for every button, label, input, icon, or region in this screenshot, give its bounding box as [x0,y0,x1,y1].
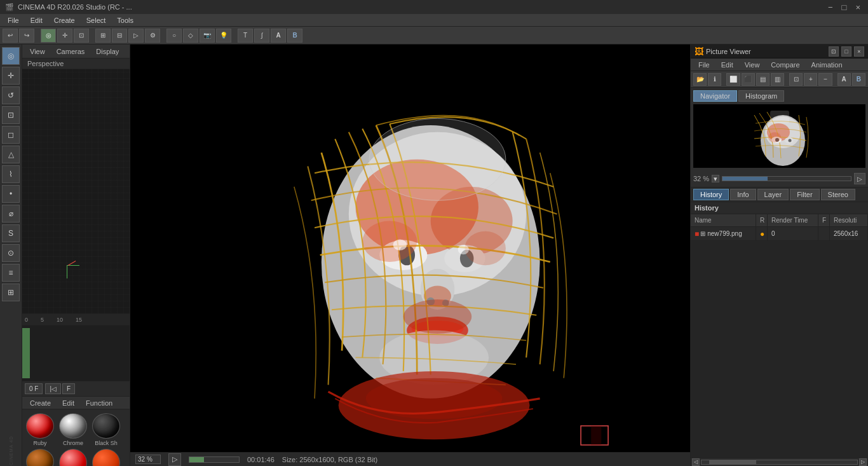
pv-open-btn[interactable]: 📂 [693,73,707,86]
select-tool[interactable]: ◎ [41,29,56,43]
center-viewport: ▷ 00:01:46 Size: 2560x1600, RGB (32 Bit) [130,45,690,466]
material-ruby[interactable]: Ruby [25,413,55,446]
undo-button[interactable]: ↩ [3,29,18,43]
edge-tool-btn[interactable]: ⌇ [2,165,20,183]
render-canvas[interactable] [130,45,690,452]
move-tool[interactable]: ✛ [57,29,72,43]
light-btn[interactable]: 💡 [216,29,231,43]
pv-next-btn[interactable]: ⬛ [742,73,755,86]
material-fi[interactable]: Fi [25,449,55,466]
object-btn[interactable]: ○ [166,29,182,43]
tab-view[interactable]: View [25,47,50,56]
material-chrome[interactable]: Chrome [58,413,88,446]
menu-create[interactable]: Create [49,15,80,25]
close-button[interactable]: × [853,3,863,12]
scale-tool[interactable]: ⊡ [74,29,89,43]
mat-create[interactable]: Create [25,399,56,408]
pv-menu-edit[interactable]: Edit [716,60,738,70]
null-btn[interactable]: ◇ [183,29,198,43]
mat-function[interactable]: Function [81,399,118,408]
zoom-row: 32 % ▾ ▷ [691,170,868,188]
row-render-time: 0 [768,227,818,240]
render-view[interactable]: ⊟ [112,29,127,43]
move-tool-btn[interactable]: ✛ [2,67,20,85]
render-all[interactable]: ▷ [128,29,144,43]
pv-save2-btn[interactable]: ▥ [771,73,784,86]
select-tool-btn[interactable]: ◎ [2,47,20,65]
zoom-input[interactable] [135,455,161,464]
navigator-tabs: Navigator Histogram [693,90,865,102]
tab-stereo[interactable]: Stereo [821,189,855,200]
scale-tool-btn[interactable]: ⊡ [2,106,20,124]
text-btn[interactable]: T [238,29,253,43]
pv-menu-view[interactable]: View [740,60,765,70]
zoom-expand-btn[interactable]: ▷ [854,173,865,184]
render-settings[interactable]: ⚙ [145,29,160,43]
rotate-tool-btn[interactable]: ↺ [2,86,20,104]
maximize-button[interactable]: □ [839,3,850,12]
scroll-right-btn[interactable]: ▷ [859,458,867,466]
tab-display[interactable]: Display [91,47,124,56]
redo-button[interactable]: ↪ [19,29,34,43]
mat-black-label: Black Sh [95,440,118,446]
material-black[interactable]: Black Sh [91,413,121,446]
minimize-button[interactable]: − [825,3,836,12]
grid-tool-btn[interactable]: ⊞ [2,284,20,301]
point-tool-btn[interactable]: • [2,185,20,203]
prev-frame-btn[interactable]: |◁ [45,383,61,394]
svg-point-16 [362,221,417,262]
history-row[interactable]: ■ ⊞ new799.png ● 0 2560x16 [691,227,868,241]
tab-history[interactable]: History [693,189,729,200]
pv-close-btn[interactable]: × [854,46,864,57]
svg-point-20 [458,245,469,254]
material-ruby2[interactable] [58,449,88,466]
tab-layer[interactable]: Layer [757,189,789,200]
scroll-left-btn[interactable]: ◁ [692,458,700,466]
timeline: 0 5 10 15 0 F |◁ F [22,313,130,396]
frame-end-input[interactable]: F [62,383,75,394]
pv-prev-btn[interactable]: ⬜ [726,73,740,86]
tab-cameras[interactable]: Cameras [51,47,90,56]
knife-tool-btn[interactable]: ⌀ [2,205,20,223]
zoom-slider[interactable] [722,176,851,181]
render-region[interactable]: ⊞ [95,29,111,43]
zoom-decrement-btn[interactable]: ▾ [712,175,719,182]
tab-info[interactable]: Info [730,189,756,200]
ruler-10: 10 [57,317,63,323]
pv-resize-btn[interactable]: ⊡ [829,46,839,57]
pv-zoom-fit-btn[interactable]: ⊡ [789,73,803,86]
mat-edit[interactable]: Edit [57,399,79,408]
pv-A-btn[interactable]: A [837,73,851,86]
pv-B-btn[interactable]: B [852,73,865,86]
pv-menu-file[interactable]: File [693,60,715,70]
menu-tools[interactable]: Tools [112,15,139,25]
brush-tool-btn[interactable]: ⊙ [2,244,20,262]
B-btn[interactable]: B [287,29,302,43]
frame-start-input[interactable]: 0 F [25,383,43,394]
magnet-tool-btn[interactable]: S [2,224,20,242]
material-extra2[interactable] [91,449,121,466]
pv-info-btn[interactable]: ℹ [708,73,721,86]
tab-filter[interactable]: Filter [790,189,819,200]
tab-navigator[interactable]: Navigator [693,90,737,102]
camera-btn[interactable]: 📷 [200,29,215,43]
polygon-tool-btn[interactable]: △ [2,146,20,163]
pv-zoom-out-btn[interactable]: − [818,73,832,86]
pv-save-btn[interactable]: ▤ [756,73,770,86]
menu-edit[interactable]: Edit [25,15,48,25]
object-tool-btn[interactable]: ◻ [2,126,20,144]
pv-menu-animation[interactable]: Animation [806,60,848,70]
timeline-track[interactable] [22,326,130,381]
pv-menu-compare[interactable]: Compare [766,60,804,70]
scroll-track[interactable] [701,460,858,465]
menu-select[interactable]: Select [81,15,111,25]
play-button[interactable]: ▷ [168,453,181,466]
pv-zoom-in-btn[interactable]: + [804,73,817,86]
pv-window-buttons: ⊡ □ × [829,46,864,57]
A-btn[interactable]: A [271,29,286,43]
pv-maximize-btn[interactable]: □ [841,46,851,57]
layer-tool-btn[interactable]: ≡ [2,264,20,282]
spline-btn[interactable]: ∫ [254,29,269,43]
tab-histogram[interactable]: Histogram [738,90,784,102]
menu-file[interactable]: File [3,15,24,25]
